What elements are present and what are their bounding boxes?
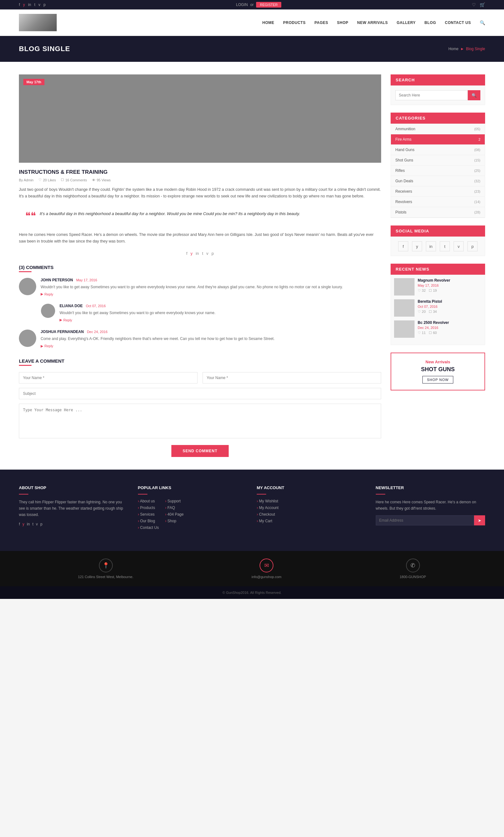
footer-link-cart[interactable]: My Cart: [259, 519, 272, 523]
social-widget-body: f y in t v p: [391, 236, 485, 256]
newsletter-email-input[interactable]: [376, 515, 474, 526]
footer-link-blog[interactable]: Our Blog: [140, 519, 155, 523]
footer-link-contact[interactable]: Contact Us: [140, 526, 159, 530]
recent-title-1[interactable]: Magnum Revolver: [418, 278, 450, 283]
recent-thumb-1: [394, 278, 414, 296]
footer-link-about[interactable]: About us: [140, 499, 155, 503]
comment-body-1: Wouldn't you like to get away Sometimes …: [41, 284, 381, 290]
categories-widget: CATEGORIES Ammunition (05) Fire Arms 2 H…: [391, 112, 485, 218]
nav-products[interactable]: PRODUCTS: [283, 20, 305, 25]
recent-thumb-2: [394, 299, 414, 317]
footer-link-shop[interactable]: Shop: [168, 519, 176, 523]
category-rifles[interactable]: Rifles (25): [391, 165, 485, 176]
category-firearms[interactable]: Fire Arms 2: [391, 135, 485, 145]
promo-shop-now-button[interactable]: SHOP NOW: [423, 376, 453, 384]
post-body-2: Here he comes Here comes Speed Racer. He…: [19, 231, 381, 245]
share-in[interactable]: in: [195, 251, 199, 256]
recent-counts-1: ♡ 32 ☐ 19: [418, 288, 450, 293]
footer-social-fb[interactable]: f: [19, 522, 20, 527]
category-ammunition[interactable]: Ammunition (05): [391, 124, 485, 135]
category-count-ammunition: (05): [474, 127, 480, 131]
nav-blog[interactable]: BLOG: [425, 20, 436, 25]
comment-item-3: JOSHUA FERNANDEAN Dec 24, 2016 Come and …: [19, 330, 381, 348]
nav-new-arrivals[interactable]: NEW ARRIVALS: [357, 20, 388, 25]
footer-link-checkout[interactable]: Checkout: [259, 512, 275, 517]
footer-social-in[interactable]: in: [27, 522, 30, 527]
nav-pages[interactable]: PAGES: [314, 20, 328, 25]
share-tw[interactable]: y: [191, 251, 193, 256]
recent-title-3[interactable]: Bc 2500 Revolver: [418, 320, 449, 325]
social-in-sidebar[interactable]: in: [426, 241, 436, 251]
social-v-sidebar[interactable]: v: [453, 241, 464, 251]
promo-widget: New Arrivals SHOT GUNS SHOP NOW: [391, 353, 485, 390]
footer-link-faq[interactable]: FAQ: [168, 505, 175, 510]
social-t-sidebar[interactable]: t: [440, 241, 450, 251]
newsletter-submit-button[interactable]: ➤: [474, 515, 485, 526]
login-link[interactable]: LOGIN: [236, 2, 248, 7]
footer-link-support[interactable]: Support: [168, 499, 181, 503]
recent-title-2[interactable]: Beretta Pistol: [418, 299, 442, 304]
footer-link-404[interactable]: 404 Page: [168, 512, 184, 517]
comment-reply-2[interactable]: ▶ Reply: [59, 318, 381, 322]
comment-reply-3[interactable]: ▶ Reply: [41, 344, 381, 348]
category-revolvers[interactable]: Revolvers (14): [391, 197, 485, 207]
comment-reply-1[interactable]: ▶ Reply: [41, 292, 381, 296]
comment-date-2: Oct 07, 2016: [86, 304, 106, 308]
comment-avatar-2: [41, 304, 55, 318]
post-share: f y in t v p: [19, 251, 381, 256]
form-firstname[interactable]: [19, 372, 198, 384]
nav-contact[interactable]: CONTACT US: [445, 20, 471, 25]
share-p[interactable]: p: [212, 251, 214, 256]
social-fb-sidebar[interactable]: f: [398, 241, 408, 251]
cart-icon[interactable]: 🛒: [480, 2, 485, 7]
nav-shop[interactable]: SHOP: [337, 20, 349, 25]
form-message[interactable]: [19, 404, 381, 438]
footer-social-v[interactable]: v: [36, 522, 38, 527]
copyright-text: © GunShop2016. All Rights Reserved.: [222, 591, 281, 594]
footer-copyright: © GunShop2016. All Rights Reserved.: [0, 586, 504, 599]
breadcrumb: Home ► Blog Single: [448, 47, 485, 51]
social-widget: SOCIAL MEDIA f y in t v p: [391, 226, 485, 256]
category-name-ammunition: Ammunition: [395, 127, 415, 131]
wishlist-icon[interactable]: ♡: [472, 2, 476, 7]
social-fb[interactable]: f: [19, 2, 20, 7]
form-lastname[interactable]: [203, 372, 381, 384]
category-receivers[interactable]: Receivers (23): [391, 186, 485, 197]
register-button[interactable]: REGISTER: [256, 2, 281, 7]
main-container: May 17th INSTRUCTIONS & FREE TRAINING By…: [0, 62, 504, 469]
post-body-1: Just two good ol' boys Wouldn't change i…: [19, 186, 381, 200]
footer-link-wishlist[interactable]: My Wishlist: [259, 499, 278, 503]
category-handguns[interactable]: Hand Guns (08): [391, 145, 485, 155]
form-subject[interactable]: [19, 388, 381, 399]
breadcrumb-home[interactable]: Home: [448, 47, 458, 51]
social-p[interactable]: p: [43, 2, 46, 7]
social-in[interactable]: in: [28, 2, 31, 7]
search-button[interactable]: 🔍: [468, 90, 480, 100]
share-tu[interactable]: t: [202, 251, 203, 256]
quote-block: ❝❝ It's a beautiful day in this neighbor…: [19, 206, 381, 226]
share-g[interactable]: v: [206, 251, 208, 256]
logo[interactable]: [19, 14, 57, 31]
social-icons-top: f y in t v p: [19, 2, 46, 7]
search-input[interactable]: [395, 90, 468, 100]
social-tw-sidebar[interactable]: y: [412, 241, 422, 251]
email-icon: ✉: [260, 558, 274, 572]
category-shotguns[interactable]: Shot Guns (15): [391, 155, 485, 165]
social-tw[interactable]: t: [34, 2, 35, 7]
category-gundeals[interactable]: Gun Deals (32): [391, 176, 485, 186]
nav-gallery[interactable]: GALLERY: [397, 20, 415, 25]
footer-social-t[interactable]: t: [33, 522, 33, 527]
footer-social-tw[interactable]: y: [22, 522, 24, 527]
category-pistols[interactable]: Pistols (28): [391, 207, 485, 218]
nav-home[interactable]: HOME: [262, 20, 274, 25]
share-fb[interactable]: f: [186, 251, 187, 256]
footer-link-products[interactable]: Products: [140, 505, 155, 510]
social-yt[interactable]: y: [23, 2, 25, 7]
footer-social-p[interactable]: p: [40, 522, 42, 527]
footer-link-services[interactable]: Services: [140, 512, 155, 517]
send-comment-button[interactable]: SEND COMMENT: [171, 445, 229, 457]
social-p-sidebar[interactable]: p: [467, 241, 478, 251]
footer-link-myaccount[interactable]: My Account: [259, 505, 278, 510]
search-icon[interactable]: 🔍: [480, 20, 485, 25]
social-v[interactable]: v: [38, 2, 40, 7]
